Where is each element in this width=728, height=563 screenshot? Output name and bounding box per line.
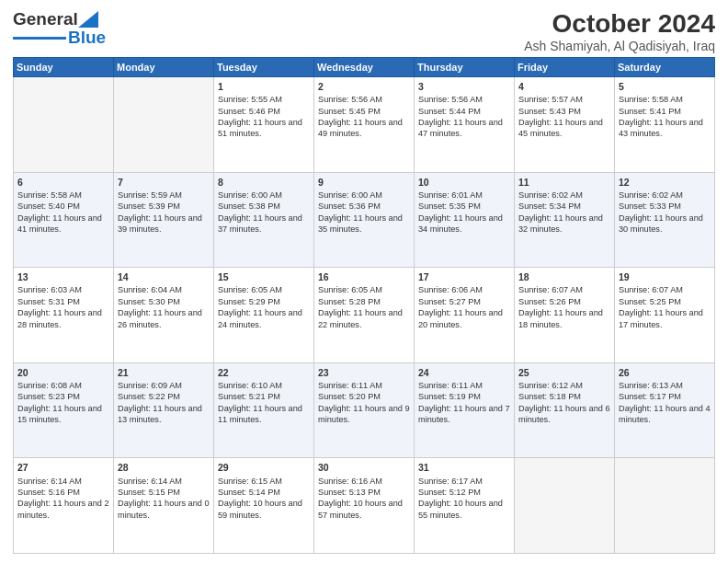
sunset-text: Sunset: 5:28 PM [318,296,410,307]
daylight-text: Daylight: 11 hours and 26 minutes. [118,307,210,330]
sunrise-text: Sunrise: 6:14 AM [118,476,210,487]
calendar-cell: 5Sunrise: 5:58 AMSunset: 5:41 PMDaylight… [615,77,715,173]
svg-marker-0 [78,11,98,28]
day-number: 15 [218,270,310,283]
calendar-week-row: 1Sunrise: 5:55 AMSunset: 5:46 PMDaylight… [14,77,715,173]
calendar-header-sunday: Sunday [14,58,114,77]
day-number: 24 [418,366,510,379]
calendar-cell: 23Sunrise: 6:11 AMSunset: 5:20 PMDayligh… [314,362,415,458]
daylight-text: Daylight: 11 hours and 0 minutes. [118,498,210,521]
sunset-text: Sunset: 5:15 PM [118,487,210,498]
calendar-week-row: 27Sunrise: 6:14 AMSunset: 5:16 PMDayligh… [14,458,715,554]
sunrise-text: Sunrise: 5:56 AM [418,94,510,105]
calendar-cell [14,77,114,173]
daylight-text: Daylight: 11 hours and 6 minutes. [518,403,610,426]
calendar-cell: 12Sunrise: 6:02 AMSunset: 5:33 PMDayligh… [615,172,715,268]
calendar-week-row: 6Sunrise: 5:58 AMSunset: 5:40 PMDaylight… [14,172,715,268]
daylight-text: Daylight: 11 hours and 41 minutes. [17,213,109,236]
main-title: October 2024 [524,9,715,39]
calendar-cell: 28Sunrise: 6:14 AMSunset: 5:15 PMDayligh… [114,458,214,554]
sunset-text: Sunset: 5:22 PM [118,391,210,402]
calendar-header-saturday: Saturday [615,58,715,77]
daylight-text: Daylight: 11 hours and 32 minutes. [518,213,610,236]
sunset-text: Sunset: 5:12 PM [418,487,510,498]
day-number: 23 [318,366,410,379]
daylight-text: Daylight: 11 hours and 47 minutes. [418,117,510,140]
logo-underline [13,37,66,40]
calendar-header-tuesday: Tuesday [214,58,314,77]
daylight-text: Daylight: 11 hours and 35 minutes. [318,213,410,236]
sunset-text: Sunset: 5:17 PM [619,391,711,402]
daylight-text: Daylight: 11 hours and 20 minutes. [418,307,510,330]
header: General Blue October 2024 Ash Shamiyah, … [13,9,715,53]
daylight-text: Daylight: 11 hours and 15 minutes. [17,403,109,426]
day-number: 16 [318,270,410,283]
daylight-text: Daylight: 11 hours and 28 minutes. [17,307,109,330]
sunrise-text: Sunrise: 6:07 AM [518,284,610,295]
daylight-text: Daylight: 11 hours and 11 minutes. [218,403,310,426]
sunrise-text: Sunrise: 5:58 AM [619,94,711,105]
day-number: 8 [218,176,310,189]
sunrise-text: Sunrise: 6:06 AM [418,284,510,295]
sunset-text: Sunset: 5:41 PM [619,106,711,117]
sunrise-text: Sunrise: 6:11 AM [318,380,410,391]
day-number: 29 [218,461,310,474]
sunset-text: Sunset: 5:29 PM [218,296,310,307]
logo: General Blue [13,9,106,48]
day-number: 6 [17,176,109,189]
calendar-cell: 7Sunrise: 5:59 AMSunset: 5:39 PMDaylight… [114,172,214,268]
sunrise-text: Sunrise: 6:00 AM [318,190,410,201]
calendar-cell: 26Sunrise: 6:13 AMSunset: 5:17 PMDayligh… [615,362,715,458]
day-number: 5 [619,80,711,93]
sunset-text: Sunset: 5:43 PM [518,106,610,117]
daylight-text: Daylight: 11 hours and 24 minutes. [218,307,310,330]
sunset-text: Sunset: 5:44 PM [418,106,510,117]
calendar-cell: 1Sunrise: 5:55 AMSunset: 5:46 PMDaylight… [214,77,314,173]
sunset-text: Sunset: 5:16 PM [17,487,109,498]
sunrise-text: Sunrise: 6:05 AM [218,284,310,295]
calendar-header-row: SundayMondayTuesdayWednesdayThursdayFrid… [14,58,715,77]
day-number: 21 [118,366,210,379]
day-number: 20 [17,366,109,379]
day-number: 31 [418,461,510,474]
calendar-cell: 22Sunrise: 6:10 AMSunset: 5:21 PMDayligh… [214,362,314,458]
day-number: 28 [118,461,210,474]
day-number: 11 [518,176,610,189]
sub-title: Ash Shamiyah, Al Qadisiyah, Iraq [524,39,715,53]
calendar-cell: 6Sunrise: 5:58 AMSunset: 5:40 PMDaylight… [14,172,114,268]
sunset-text: Sunset: 5:26 PM [518,296,610,307]
sunset-text: Sunset: 5:20 PM [318,391,410,402]
calendar-cell: 8Sunrise: 6:00 AMSunset: 5:38 PMDaylight… [214,172,314,268]
sunset-text: Sunset: 5:13 PM [318,487,410,498]
day-number: 30 [318,461,410,474]
calendar-table: SundayMondayTuesdayWednesdayThursdayFrid… [13,57,715,554]
daylight-text: Daylight: 11 hours and 18 minutes. [518,307,610,330]
day-number: 3 [418,80,510,93]
calendar-cell: 9Sunrise: 6:00 AMSunset: 5:36 PMDaylight… [314,172,415,268]
calendar-cell: 30Sunrise: 6:16 AMSunset: 5:13 PMDayligh… [314,458,415,554]
daylight-text: Daylight: 11 hours and 39 minutes. [118,213,210,236]
daylight-text: Daylight: 11 hours and 13 minutes. [118,403,210,426]
sunset-text: Sunset: 5:18 PM [518,391,610,402]
calendar-header-monday: Monday [114,58,214,77]
daylight-text: Daylight: 10 hours and 55 minutes. [418,498,510,521]
sunset-text: Sunset: 5:25 PM [619,296,711,307]
sunset-text: Sunset: 5:31 PM [17,296,109,307]
sunset-text: Sunset: 5:45 PM [318,106,410,117]
sunrise-text: Sunrise: 6:02 AM [619,190,711,201]
sunset-text: Sunset: 5:23 PM [17,391,109,402]
sunrise-text: Sunrise: 6:17 AM [418,476,510,487]
sunset-text: Sunset: 5:39 PM [118,201,210,212]
day-number: 10 [418,176,510,189]
calendar-cell: 29Sunrise: 6:15 AMSunset: 5:14 PMDayligh… [214,458,314,554]
sunrise-text: Sunrise: 6:02 AM [518,190,610,201]
calendar-cell: 11Sunrise: 6:02 AMSunset: 5:34 PMDayligh… [515,172,615,268]
sunrise-text: Sunrise: 6:00 AM [218,190,310,201]
day-number: 12 [619,176,711,189]
day-number: 7 [118,176,210,189]
daylight-text: Daylight: 11 hours and 22 minutes. [318,307,410,330]
sunrise-text: Sunrise: 5:57 AM [518,94,610,105]
daylight-text: Daylight: 11 hours and 30 minutes. [619,213,711,236]
daylight-text: Daylight: 11 hours and 49 minutes. [318,117,410,140]
calendar-cell: 27Sunrise: 6:14 AMSunset: 5:16 PMDayligh… [14,458,114,554]
